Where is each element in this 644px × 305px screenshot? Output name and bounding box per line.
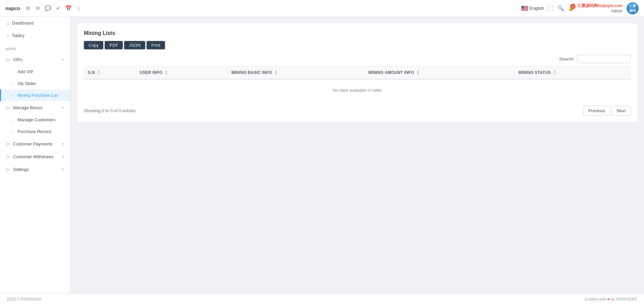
col-mining-amount-info-label: MINING AMOUNT INFO [368, 70, 414, 75]
arrow-icon: → [10, 93, 14, 97]
arrow-icon: → [10, 118, 14, 122]
customer-withdraws-icon: ▷ [6, 154, 10, 160]
sidebar: ⌂ Dashboard ⌂ Salary APPS ▷ VIPs ▼ → Add… [0, 17, 70, 293]
chevron-down-icon: ▼ [61, 58, 65, 61]
sidebar-item-customer-payments[interactable]: ▷ Customer Payments ▼ [0, 137, 70, 150]
sidebar-item-label: Salary [12, 33, 24, 38]
sort-arrows-mining-amount: ▲▼ [417, 70, 419, 76]
site-url: 汇聚源码网huijuym.com [578, 3, 623, 9]
table-body: No data available in table [84, 79, 631, 101]
sidebar-item-settings[interactable]: ▷ Settings ▼ [0, 163, 70, 176]
sidebar-item-dashboard[interactable]: ⌂ Dashboard [0, 17, 70, 29]
home-icon: ⌂ [6, 20, 9, 26]
fullscreen-icon[interactable]: ⛶ [548, 5, 553, 11]
sidebar-item-purchase-record[interactable]: → Purchase Record [0, 126, 70, 137]
customer-payments-icon: ▷ [6, 141, 10, 147]
mail-icon[interactable]: ✉ [36, 5, 40, 11]
sidebar-item-mining-purchase-list[interactable]: → Mining Purchase List [0, 89, 70, 101]
data-table: S.N ▲▼ USER INFO ▲▼ MINING BASIC INFO ▲▼ [84, 67, 631, 101]
col-mining-status[interactable]: MINING STATUS ▲▼ [514, 67, 631, 80]
col-mining-amount-info[interactable]: MINING AMOUNT INFO ▲▼ [364, 67, 514, 80]
topbar-left: napco ⚙ ✉ 💬 ✔ 📅 ☆ [5, 5, 521, 11]
avatar-text: 汇聚源码 [629, 4, 636, 13]
check-icon[interactable]: ✔ [56, 5, 60, 11]
sidebar-item-vip-slider[interactable]: → Vip Slider [0, 78, 70, 89]
content-card: Mining Lists Copy PDF JSON Print Search:… [77, 24, 637, 122]
pagination-row: Showing 0 to 0 of 0 entries Previous Nex… [84, 106, 631, 116]
chevron-down-icon: ▼ [61, 155, 65, 159]
arrow-icon: → [10, 82, 14, 86]
page-title: Mining Lists [84, 30, 631, 36]
notification-count: 5 [570, 4, 576, 9]
apps-label: APPS [0, 42, 70, 53]
next-button[interactable]: Next [611, 106, 631, 116]
sort-arrows-sn: ▲▼ [98, 70, 100, 76]
col-sn[interactable]: S.N ▲▼ [84, 67, 136, 80]
sidebar-item-label: Add VIP [17, 69, 34, 74]
search-row: Search: [84, 55, 631, 63]
sidebar-item-add-vip[interactable]: → Add VIP [0, 66, 70, 78]
arrow-icon: → [10, 130, 14, 134]
col-user-info[interactable]: USER INFO ▲▼ [136, 67, 227, 80]
copy-button[interactable]: Copy [84, 41, 103, 49]
sidebar-item-label: VIPs [13, 57, 22, 62]
settings-icon[interactable]: ⚙ [25, 5, 30, 11]
calendar-icon[interactable]: 📅 [65, 5, 72, 11]
sidebar-item-label: Customer Withdraws [13, 154, 54, 159]
heart-icon: ♥ [607, 297, 609, 302]
no-data-row: No data available in table [84, 79, 631, 101]
main-content: Mining Lists Copy PDF JSON Print Search:… [70, 17, 644, 293]
col-mining-basic-info[interactable]: MINING BASIC INFO ▲▼ [227, 67, 364, 80]
previous-button[interactable]: Previous [583, 106, 610, 116]
sidebar-item-manage-bonus[interactable]: ▷ Manage Bonus ▼ [0, 101, 70, 114]
table-header: S.N ▲▼ USER INFO ▲▼ MINING BASIC INFO ▲▼ [84, 67, 631, 80]
sidebar-item-manage-customers[interactable]: → Manage Customers [0, 114, 70, 126]
col-sn-label: S.N [88, 70, 95, 75]
no-data-message: No data available in table [84, 79, 631, 101]
print-button[interactable]: Print [147, 41, 165, 49]
search-input[interactable] [577, 55, 631, 63]
flag-icon: 🇺🇸 [521, 5, 528, 12]
col-user-info-label: USER INFO [140, 70, 162, 75]
page-footer: 2020 © PIXINVENT Crafted with ♥ by PIXIN… [0, 293, 644, 305]
sidebar-item-customer-withdraws[interactable]: ▷ Customer Withdraws ▼ [0, 150, 70, 163]
col-mining-basic-info-label: MINING BASIC INFO [231, 70, 272, 75]
sidebar-item-label: Customer Payments [13, 141, 53, 146]
sort-arrows-user: ▲▼ [165, 70, 168, 76]
showing-text: Showing 0 to 0 of 0 entries [84, 108, 136, 113]
json-button[interactable]: JSON [124, 41, 145, 49]
chevron-down-icon: ▼ [61, 142, 65, 146]
chevron-down-icon: ▼ [61, 168, 65, 171]
sidebar-item-label: Settings [13, 167, 29, 172]
table-toolbar: Copy PDF JSON Print [84, 41, 631, 49]
sidebar-item-label: Manage Customers [17, 117, 55, 122]
star-icon[interactable]: ☆ [76, 5, 81, 11]
topbar-nav-icons: ✉ 💬 ✔ 📅 ☆ [36, 5, 81, 11]
notification-bell[interactable]: 🔔 5 [568, 6, 574, 11]
pagination-buttons: Previous Next [583, 106, 631, 116]
crafted-text: Crafted with ♥ by PIXINVENT [585, 297, 637, 302]
sidebar-item-label: Manage Bonus [13, 105, 42, 110]
sidebar-item-vips[interactable]: ▷ VIPs ▼ [0, 53, 70, 66]
sidebar-item-label: Dashboard [12, 20, 34, 26]
language-selector[interactable]: 🇺🇸 English [521, 5, 544, 12]
pdf-button[interactable]: PDF [105, 41, 123, 49]
arrow-icon: → [10, 70, 14, 74]
search-icon[interactable]: 🔍 [557, 5, 564, 11]
topbar-right: 🇺🇸 English ⛶ 🔍 🔔 5 汇聚源码网huijuym.com Admi… [521, 2, 639, 14]
sidebar-item-label: Vip Slider [17, 81, 36, 86]
sidebar-item-label: Purchase Record [17, 129, 51, 134]
vips-icon: ▷ [6, 56, 10, 62]
chat-icon[interactable]: 💬 [45, 5, 51, 11]
sidebar-item-salary[interactable]: ⌂ Salary [0, 29, 70, 42]
sidebar-item-label: Mining Purchase List [17, 93, 58, 98]
topbar: napco ⚙ ✉ 💬 ✔ 📅 ☆ 🇺🇸 English ⛶ 🔍 🔔 5 汇聚源… [0, 0, 644, 17]
sort-arrows-mining-basic: ▲▼ [275, 70, 277, 76]
avatar[interactable]: 汇聚源码 [627, 2, 639, 14]
layout: ⌂ Dashboard ⌂ Salary APPS ▷ VIPs ▼ → Add… [0, 17, 644, 293]
search-label: Search: [559, 56, 574, 61]
site-info: 汇聚源码网huijuym.com Admin [578, 3, 623, 13]
admin-role: Admin [578, 9, 623, 13]
header-row: S.N ▲▼ USER INFO ▲▼ MINING BASIC INFO ▲▼ [84, 67, 631, 80]
brand-name: napco [5, 5, 20, 11]
